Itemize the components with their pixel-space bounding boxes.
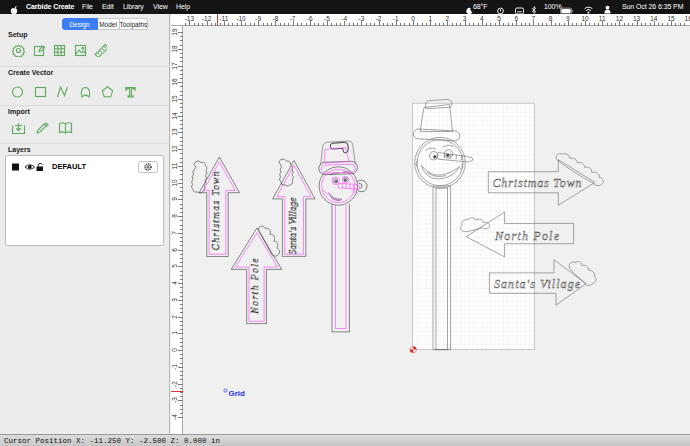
svg-text:North Pole: North Pole (494, 229, 560, 243)
svg-text:Santa's Village: Santa's Village (494, 277, 581, 291)
svg-text:Christmas Town: Christmas Town (211, 171, 221, 250)
svg-text:Santa's Village: Santa's Village (288, 198, 298, 255)
svg-text:Grid: Grid (229, 389, 246, 398)
svg-text:Christmas Town: Christmas Town (493, 176, 582, 190)
svg-text:North Pole: North Pole (250, 259, 260, 315)
